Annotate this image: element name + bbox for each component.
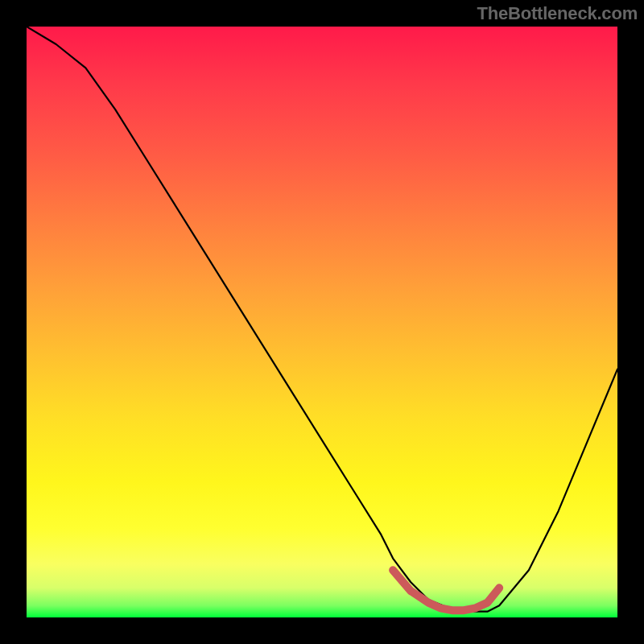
bottleneck-curve xyxy=(27,27,617,612)
optimal-range-highlight xyxy=(393,570,499,610)
chart-svg xyxy=(27,27,617,617)
plot-area xyxy=(27,27,617,617)
chart-canvas: TheBottleneck.com xyxy=(0,0,644,644)
attribution-text: TheBottleneck.com xyxy=(477,3,638,24)
